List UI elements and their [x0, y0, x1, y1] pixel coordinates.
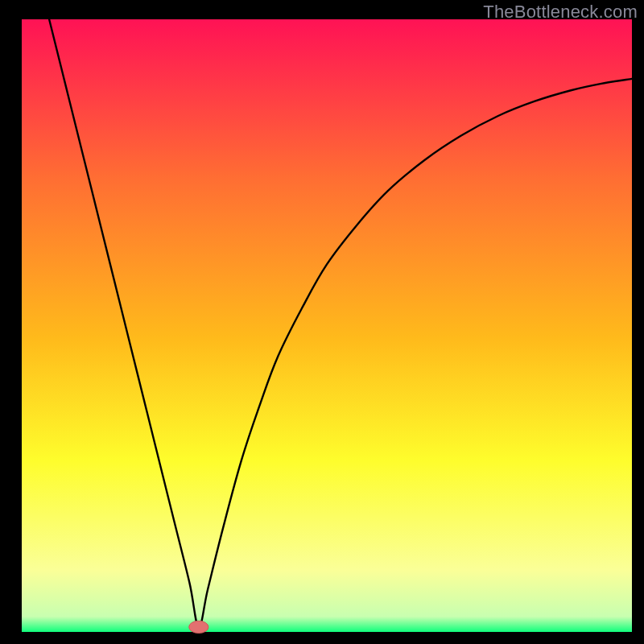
- plot-background: [22, 19, 632, 632]
- chart-container: TheBottleneck.com: [0, 0, 644, 644]
- minimum-marker: [189, 621, 208, 633]
- chart-svg: [0, 0, 644, 644]
